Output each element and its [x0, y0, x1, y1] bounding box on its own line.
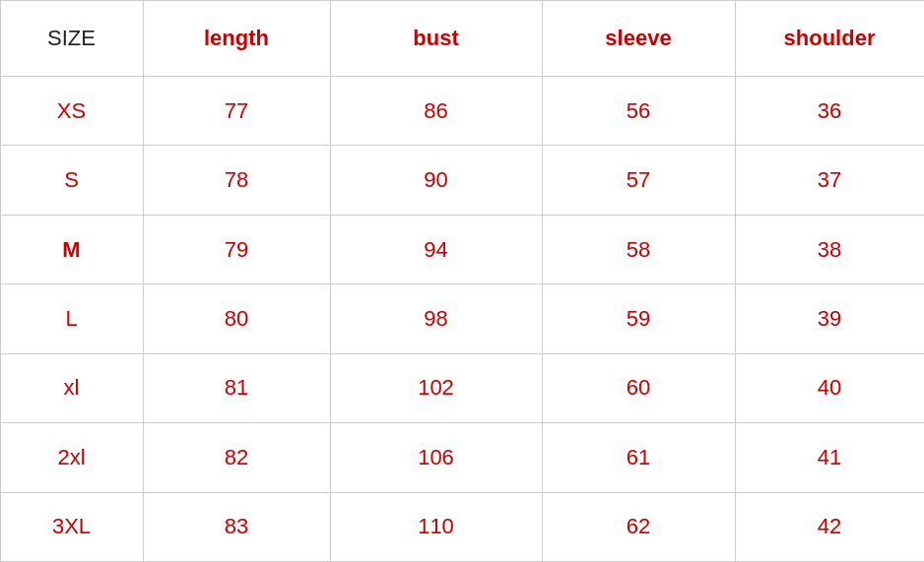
cell-bust: 102	[330, 353, 542, 422]
cell-shoulder: 37	[735, 146, 924, 215]
cell-size: XS	[0, 77, 143, 146]
cell-size: M	[0, 215, 143, 283]
cell-size: S	[0, 146, 143, 215]
cell-bust: 90	[330, 146, 542, 215]
cell-shoulder: 41	[735, 423, 924, 492]
cell-bust: 110	[330, 492, 542, 561]
cell-sleeve: 60	[542, 353, 735, 422]
table-row: xl 81 102 60 40	[0, 353, 924, 422]
table-row: 2xl 82 106 61 41	[0, 423, 924, 492]
table-row: XS 77 86 56 36	[0, 77, 924, 146]
cell-length: 79	[143, 215, 330, 283]
cell-shoulder: 42	[735, 492, 924, 561]
cell-size: xl	[0, 353, 143, 422]
cell-shoulder: 36	[735, 77, 924, 146]
cell-size: 2xl	[0, 423, 143, 492]
cell-shoulder: 40	[735, 353, 924, 422]
cell-bust: 98	[330, 284, 542, 353]
header-size: SIZE	[0, 1, 143, 77]
cell-sleeve: 57	[542, 146, 735, 215]
cell-shoulder: 39	[735, 284, 924, 353]
cell-sleeve: 58	[542, 215, 735, 283]
cell-length: 81	[143, 353, 330, 422]
header-length: length	[143, 1, 330, 77]
cell-length: 83	[143, 492, 330, 561]
cell-bust: 106	[330, 423, 542, 492]
cell-sleeve: 56	[542, 77, 735, 146]
cell-shoulder: 38	[735, 215, 924, 283]
cell-length: 77	[143, 77, 330, 146]
cell-length: 80	[143, 284, 330, 353]
cell-size: L	[0, 284, 143, 353]
table-row: M 79 94 58 38	[0, 215, 924, 283]
cell-bust: 86	[330, 77, 542, 146]
table-row: L 80 98 59 39	[0, 284, 924, 353]
header-sleeve: sleeve	[542, 1, 735, 77]
cell-sleeve: 59	[542, 284, 735, 353]
cell-bust: 94	[330, 215, 542, 283]
cell-sleeve: 61	[542, 423, 735, 492]
table-row: S 78 90 57 37	[0, 146, 924, 215]
cell-length: 78	[143, 146, 330, 215]
size-chart: SIZE length bust sleeve shoulder XS 77 8…	[0, 0, 924, 562]
header-row: SIZE length bust sleeve shoulder	[0, 1, 924, 77]
cell-length: 82	[143, 423, 330, 492]
header-bust: bust	[330, 1, 542, 77]
header-shoulder: shoulder	[735, 1, 924, 77]
table-row: 3XL 83 110 62 42	[0, 492, 924, 561]
cell-size: 3XL	[0, 492, 143, 561]
cell-sleeve: 62	[542, 492, 735, 561]
